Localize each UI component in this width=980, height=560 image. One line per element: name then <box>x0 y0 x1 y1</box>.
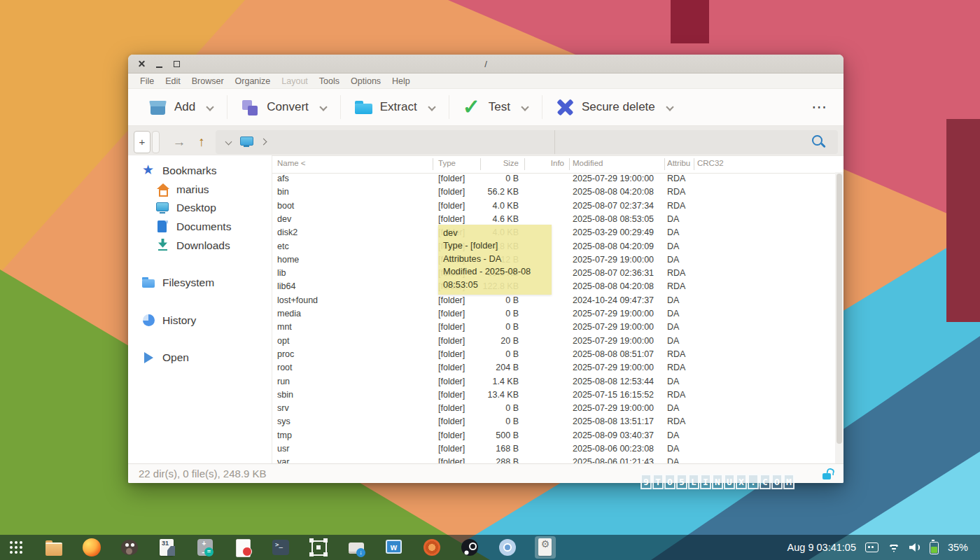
column-header-info[interactable]: Info <box>529 159 564 167</box>
file-row[interactable]: disk2[folder]4.0 KB2025-03-29 00:29:49DA <box>272 226 834 239</box>
computer-icon[interactable] <box>240 136 253 147</box>
taskbar-calculator[interactable] <box>195 536 216 559</box>
file-row[interactable]: opt[folder]20 B2025-07-29 19:00:00DA <box>272 335 834 348</box>
scrollbar-thumb[interactable] <box>836 174 842 444</box>
file-row[interactable]: boot[folder]4.0 KB2025-08-07 02:37:34RDA <box>272 200 834 213</box>
up-button[interactable]: ↑ <box>193 134 210 150</box>
toolbar-separator <box>227 95 227 119</box>
peazip-icon <box>536 538 555 557</box>
column-header-modified[interactable]: Modified <box>573 159 603 167</box>
unlock-icon[interactable] <box>822 468 833 479</box>
file-row[interactable]: lib[folder]35.3 KB2025-08-07 02:36:31RDA <box>272 267 834 280</box>
column-header-type[interactable]: Type <box>438 159 456 167</box>
toolbar-secure-delete-button[interactable]: Secure delete <box>547 92 682 122</box>
toolbar-convert-button[interactable]: Convert <box>232 92 335 122</box>
chevron-down-icon[interactable] <box>225 139 232 145</box>
file-row[interactable]: tmp[folder]500 B2025-08-09 03:40:37DA <box>272 429 834 442</box>
menu-options[interactable]: Options <box>345 76 386 86</box>
cell: DA <box>667 240 679 253</box>
tab-stub-button[interactable] <box>152 131 160 153</box>
sidebar-item-filesystem[interactable]: Filesystem <box>128 274 272 293</box>
taskbar-monitor-app[interactable] <box>384 536 405 559</box>
file-row[interactable]: home[folder]12 B2025-07-29 19:00:00DA <box>272 253 834 267</box>
menu-layout[interactable]: Layout <box>276 76 314 86</box>
column-header-name-<[interactable]: Name < <box>277 159 306 167</box>
chevron-down-icon[interactable] <box>206 104 214 111</box>
menu-file[interactable]: File <box>134 76 160 86</box>
tooltip-line: Attributes - DA <box>443 253 547 265</box>
cell: 2025-08-08 04:20:08 <box>573 186 654 199</box>
chevron-down-icon[interactable] <box>428 104 435 111</box>
file-row[interactable]: bin[folder]56.2 KB2025-08-08 04:20:08RDA <box>272 186 834 199</box>
file-row[interactable]: media[folder]0 B2025-07-29 19:00:00DA <box>272 307 834 321</box>
taskbar-firefox[interactable] <box>81 536 102 559</box>
chevron-down-icon[interactable] <box>522 104 528 111</box>
column-header-attribu[interactable]: Attribu <box>667 159 692 167</box>
cell: RDA <box>667 172 685 186</box>
sidebar-item-open[interactable]: Open <box>128 349 272 368</box>
toolbar-add-button[interactable]: Add <box>140 92 222 122</box>
taskbar-chromium[interactable] <box>497 536 518 559</box>
sidebar-item-history[interactable]: History <box>128 312 272 330</box>
file-row[interactable]: etc[folder]4.8 KB2025-08-08 04:20:09DA <box>272 240 834 253</box>
taskbar-xnview[interactable] <box>421 536 442 559</box>
column-header-crc32[interactable]: CRC32 <box>697 159 724 167</box>
taskbar-terminal[interactable] <box>270 536 291 559</box>
file-row[interactable]: root[folder]204 B2025-07-29 19:00:00RDA <box>272 361 834 374</box>
cell: disk2 <box>277 226 298 239</box>
home-icon <box>156 183 170 197</box>
taskbar-files[interactable] <box>43 536 64 559</box>
file-row[interactable]: mnt[folder]0 B2025-07-29 19:00:00DA <box>272 321 834 334</box>
file-row[interactable]: sbin[folder]13.4 KB2025-07-15 16:15:52RD… <box>272 388 834 402</box>
file-row[interactable]: lost+found[folder]0 B2024-10-24 09:47:37… <box>272 294 834 307</box>
touchpad-icon[interactable] <box>865 542 878 552</box>
toolbar-test-button[interactable]: Test <box>454 92 537 122</box>
file-row[interactable]: afs[folder]0 B2025-07-29 19:00:00RDA <box>272 172 834 186</box>
gimp-icon <box>120 538 139 557</box>
sidebar-item-desktop[interactable]: Desktop <box>128 199 272 218</box>
file-row[interactable]: srv[folder]0 B2025-07-29 19:00:00DA <box>272 402 834 415</box>
file-row[interactable]: dev[folder]4.6 KB2025-08-08 08:53:05DA <box>272 213 834 226</box>
column-header-size[interactable]: Size <box>477 159 519 167</box>
cell: dev <box>277 213 291 226</box>
volume-icon[interactable] <box>909 542 920 552</box>
file-row[interactable]: lib64[folder]122.8 KB2025-08-08 04:20:08… <box>272 280 834 293</box>
battery-icon[interactable] <box>930 542 939 554</box>
forward-button[interactable]: → <box>171 134 188 150</box>
taskbar-apps: 31 <box>6 536 556 559</box>
menu-help[interactable]: Help <box>386 76 416 86</box>
sidebar-item-marius[interactable]: marius <box>128 181 272 200</box>
taskbar-gimp[interactable] <box>119 536 140 559</box>
sidebar-item-downloads[interactable]: Downloads <box>128 236 272 255</box>
taskbar-frame[interactable] <box>308 536 329 559</box>
menu-browser[interactable]: Browser <box>186 76 230 86</box>
search-input[interactable] <box>554 130 838 154</box>
sidebar-item-documents[interactable]: Documents <box>128 218 272 237</box>
taskbar-software[interactable] <box>346 536 367 559</box>
menu-organize[interactable]: Organize <box>230 76 276 86</box>
file-row[interactable]: run[folder]1.4 KB2025-08-08 12:53:44DA <box>272 375 834 388</box>
file-row[interactable]: sys[folder]0 B2025-08-08 13:51:17RDA <box>272 415 834 428</box>
clock[interactable]: Aug 9 03:41:05 <box>788 542 856 553</box>
frame-icon <box>309 538 328 557</box>
taskbar-calendar[interactable]: 31 <box>157 536 178 559</box>
menu-tools[interactable]: Tools <box>314 76 345 86</box>
file-row[interactable]: proc[folder]0 B2025-08-08 08:51:07RDA <box>272 348 834 361</box>
toolbar-extract-button[interactable]: Extract <box>346 92 444 122</box>
address-field[interactable] <box>216 130 554 154</box>
chevron-down-icon[interactable] <box>320 104 327 111</box>
search-icon[interactable] <box>812 135 826 149</box>
taskbar-launcher[interactable] <box>6 536 27 559</box>
vertical-scrollbar[interactable] <box>835 172 844 464</box>
taskbar-texteditor[interactable] <box>232 536 253 559</box>
sidebar-item-bookmarks[interactable]: Bookmarks <box>128 162 272 181</box>
watermark-letter: O <box>664 474 676 489</box>
menu-edit[interactable]: Edit <box>160 76 186 86</box>
new-tab-button[interactable]: + <box>134 131 150 153</box>
taskbar-steam[interactable] <box>459 536 480 559</box>
wifi-icon[interactable] <box>888 542 900 552</box>
more-options-button[interactable]: ⋯ <box>811 98 832 116</box>
taskbar-peazip[interactable] <box>535 536 556 559</box>
file-row[interactable]: usr[folder]168 B2025-08-06 00:23:08DA <box>272 442 834 456</box>
chevron-down-icon[interactable] <box>666 104 673 111</box>
